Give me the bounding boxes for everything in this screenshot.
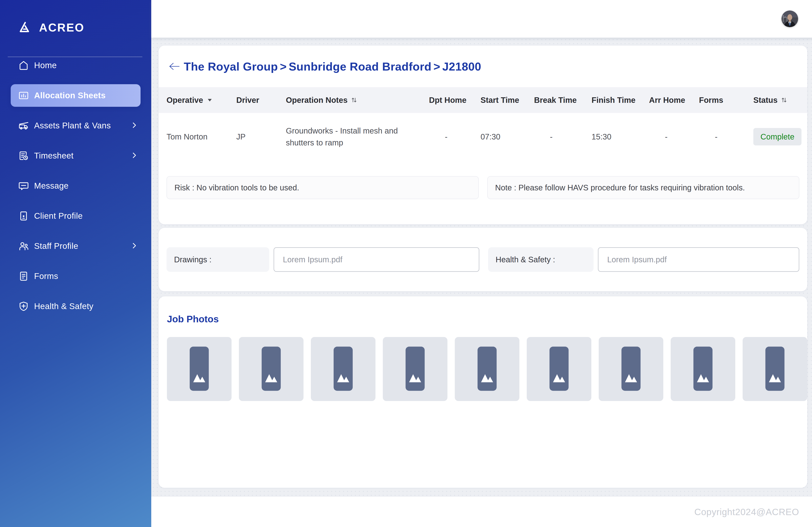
brand-logo: ACREO bbox=[19, 21, 85, 34]
sort-icon bbox=[351, 97, 358, 103]
sidebar-item-staff-profile[interactable]: Staff Profile bbox=[0, 231, 151, 261]
column-label: Start Time bbox=[480, 96, 519, 105]
cell-finish_time: 15:30 bbox=[592, 131, 649, 142]
forms-icon bbox=[18, 270, 29, 282]
sidebar-item-inner[interactable]: Home bbox=[11, 50, 141, 80]
risk-callout: Risk : No vibration tools to be used. bbox=[166, 176, 479, 199]
table-row[interactable]: Tom NortonJPGroundworks - Install mesh a… bbox=[159, 113, 807, 161]
staff-profile-icon bbox=[18, 240, 29, 252]
sidebar-item-inner[interactable]: Assets Plant & Vans bbox=[11, 110, 141, 141]
callouts-row: Risk : No vibration tools to be used. No… bbox=[159, 161, 807, 199]
sidebar-item-forms[interactable]: Forms bbox=[0, 261, 151, 291]
sidebar-item-inner[interactable]: Forms bbox=[11, 261, 141, 291]
cell-forms: - bbox=[699, 131, 753, 142]
copyright-text: Copyright2024@ACREO bbox=[694, 507, 799, 517]
column-header-forms: Forms bbox=[699, 96, 753, 105]
health-safety-label: Health & Safety : bbox=[488, 247, 594, 272]
job-photo-placeholder[interactable] bbox=[311, 337, 376, 401]
image-icon bbox=[405, 346, 425, 392]
status-badge: Complete bbox=[753, 128, 801, 146]
health-safety-icon bbox=[18, 301, 29, 312]
breadcrumb-segment-j21800[interactable]: J21800 bbox=[442, 60, 481, 73]
sidebar-item-label: Home bbox=[34, 61, 57, 70]
column-header-start_time: Start Time bbox=[480, 96, 534, 105]
job-photo-placeholder[interactable] bbox=[599, 337, 663, 401]
sidebar-item-inner[interactable]: Health & Safety bbox=[11, 291, 141, 321]
user-avatar[interactable] bbox=[782, 11, 798, 27]
sidebar-item-inner[interactable]: Message bbox=[11, 171, 141, 201]
sidebar-item-health-safety[interactable]: Health & Safety bbox=[0, 291, 151, 321]
sidebar-item-client-profile[interactable]: Client Profile bbox=[0, 201, 151, 231]
page-footer: Copyright2024@ACREO bbox=[151, 497, 812, 527]
sidebar-item-assets-plant-vans[interactable]: Assets Plant & Vans bbox=[0, 110, 151, 141]
column-label: Finish Time bbox=[592, 96, 636, 105]
health-safety-file-input[interactable] bbox=[598, 247, 799, 272]
sidebar-item-inner[interactable]: Timesheet bbox=[11, 141, 141, 171]
column-label: Status bbox=[753, 96, 778, 105]
column-header-break_time: Break Time bbox=[534, 96, 592, 105]
image-icon bbox=[621, 346, 641, 392]
van-icon bbox=[18, 120, 29, 131]
job-photo-placeholder[interactable] bbox=[239, 337, 304, 401]
sort-icon bbox=[781, 97, 787, 103]
sidebar-item-label: Forms bbox=[34, 271, 58, 281]
drawings-file-input[interactable] bbox=[274, 247, 479, 272]
chevron-right-icon bbox=[130, 242, 138, 251]
image-icon bbox=[477, 346, 497, 392]
job-photo-placeholder[interactable] bbox=[671, 337, 735, 401]
attachments-card: Drawings : Health & Safety : bbox=[159, 228, 807, 291]
column-label: Driver bbox=[236, 96, 259, 105]
column-label: Arr Home bbox=[649, 96, 685, 105]
filter-caret-icon bbox=[206, 97, 213, 103]
brand-name: ACREO bbox=[39, 21, 85, 34]
client-profile-icon bbox=[18, 210, 29, 222]
job-photo-placeholder[interactable] bbox=[743, 337, 807, 401]
column-label: Forms bbox=[699, 96, 723, 105]
column-label: Operation Notes bbox=[286, 96, 348, 105]
cell-operative: Tom Norton bbox=[166, 131, 236, 142]
cell-start_time: 07:30 bbox=[480, 131, 534, 142]
breadcrumb-segment-sunbridge-road-bradford[interactable]: Sunbridge Road Bradford bbox=[289, 60, 431, 73]
image-icon bbox=[261, 346, 281, 392]
sidebar-item-inner[interactable]: Staff Profile bbox=[11, 231, 141, 261]
column-header-operative[interactable]: Operative bbox=[166, 96, 236, 105]
job-photo-placeholder[interactable] bbox=[167, 337, 232, 401]
sidebar-item-label: Allocation Sheets bbox=[34, 91, 106, 100]
sidebar-item-timesheet[interactable]: Timesheet bbox=[0, 141, 151, 171]
sidebar-item-allocation-sheets[interactable]: Allocation Sheets bbox=[0, 80, 151, 110]
column-header-arr_home: Arr Home bbox=[649, 96, 699, 105]
sidebar: ACREO HomeAllocation SheetsAssets Plant … bbox=[0, 0, 151, 527]
sidebar-item-inner[interactable]: Client Profile bbox=[11, 201, 141, 231]
job-photos-card: Job Photos bbox=[159, 296, 807, 488]
job-photo-placeholder[interactable] bbox=[527, 337, 591, 401]
note-callout: Note : Please follow HAVS procedure for … bbox=[487, 176, 799, 199]
allocation-sheets-icon bbox=[18, 90, 29, 101]
sidebar-item-message[interactable]: Message bbox=[0, 171, 151, 201]
sidebar-item-home[interactable]: Home bbox=[0, 50, 151, 80]
column-header-driver: Driver bbox=[236, 96, 286, 105]
breadcrumb-segment-the-royal-group[interactable]: The Royal Group bbox=[184, 60, 278, 73]
risk-text: Risk : No vibration tools to be used. bbox=[174, 183, 299, 192]
home-icon bbox=[18, 60, 29, 71]
table-body: Tom NortonJPGroundworks - Install mesh a… bbox=[159, 113, 807, 161]
cell-dpt_home: - bbox=[429, 131, 480, 142]
job-photo-placeholder[interactable] bbox=[455, 337, 519, 401]
image-icon bbox=[549, 346, 569, 392]
sidebar-item-label: Health & Safety bbox=[34, 302, 93, 311]
image-icon bbox=[333, 346, 353, 392]
breadcrumb-separator: > bbox=[280, 60, 287, 73]
sidebar-item-label: Assets Plant & Vans bbox=[34, 121, 111, 130]
sidebar-item-label: Staff Profile bbox=[34, 241, 78, 251]
sidebar-item-label: Client Profile bbox=[34, 211, 83, 221]
brand-triangle-icon bbox=[19, 21, 31, 34]
job-photo-placeholder[interactable] bbox=[383, 337, 447, 401]
sidebar-item-inner[interactable]: Allocation Sheets bbox=[11, 84, 141, 107]
column-label: Dpt Home bbox=[429, 96, 466, 105]
column-header-notes[interactable]: Operation Notes bbox=[286, 96, 429, 105]
top-header bbox=[151, 0, 812, 37]
image-icon bbox=[693, 346, 713, 392]
breadcrumb-row: The Royal Group>Sunbridge Road Bradford>… bbox=[159, 46, 807, 87]
column-header-finish_time: Finish Time bbox=[592, 96, 649, 105]
back-arrow-icon[interactable] bbox=[168, 59, 182, 73]
column-header-status[interactable]: Status bbox=[753, 96, 799, 105]
